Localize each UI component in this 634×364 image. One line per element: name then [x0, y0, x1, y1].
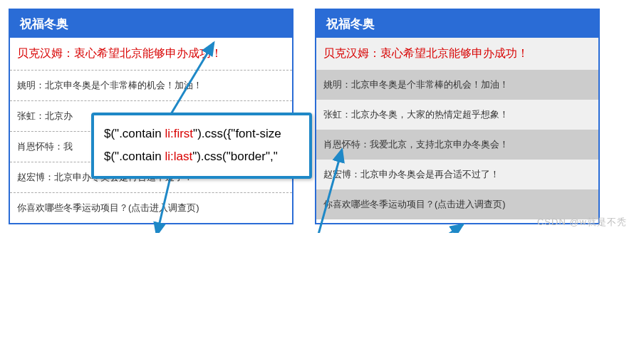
code-line: $(".contain li:last").css("border",": [104, 145, 299, 168]
panel-right-title: 祝福冬奥: [316, 10, 598, 38]
code-text: $(".contain: [104, 150, 165, 163]
code-line: $(".contain li:first").css({"font-size: [104, 123, 299, 145]
list-item: 张虹：北京办冬奥，大家的热情定超乎想象！: [316, 100, 598, 130]
list-item: 贝克汉姆：衷心希望北京能够申办成功！: [316, 38, 598, 70]
code-text: $(".contain: [104, 127, 165, 140]
code-text: ").css({"font-size: [193, 127, 281, 140]
arrow-icon: [385, 224, 463, 233]
panel-right-list: 贝克汉姆：衷心希望北京能够申办成功！ 姚明：北京申冬奥是个非常棒的机会！加油！ …: [316, 38, 598, 219]
list-item: 姚明：北京申冬奥是个非常棒的机会！加油！: [10, 71, 292, 101]
list-item[interactable]: 你喜欢哪些冬季运动项目？(点击进入调查页): [316, 189, 598, 219]
selector-highlight: li:last: [165, 150, 192, 163]
list-item: 姚明：北京申冬奥是个非常棒的机会！加油！: [316, 70, 598, 100]
selector-highlight: li:first: [165, 127, 193, 140]
list-item: 肖恩怀特：我爱北京，支持北京申办冬奥会！: [316, 130, 598, 160]
code-snippet-top: $(".contain li:first").css({"font-size $…: [91, 113, 312, 179]
watermark-text: CSDN @w就是不秃: [537, 216, 627, 229]
code-text: ").css("border",": [192, 150, 278, 163]
list-item: 贝克汉姆：衷心希望北京能够申办成功！: [10, 38, 292, 71]
list-item: 赵宏博：北京申办冬奥会是再合适不过了！: [316, 160, 598, 189]
list-item[interactable]: 你喜欢哪些冬季运动项目？(点击进入调查页): [10, 193, 292, 223]
panel-left-title: 祝福冬奥: [10, 10, 292, 38]
panel-right: 祝福冬奥 贝克汉姆：衷心希望北京能够申办成功！ 姚明：北京申冬奥是个非常棒的机会…: [315, 9, 600, 224]
